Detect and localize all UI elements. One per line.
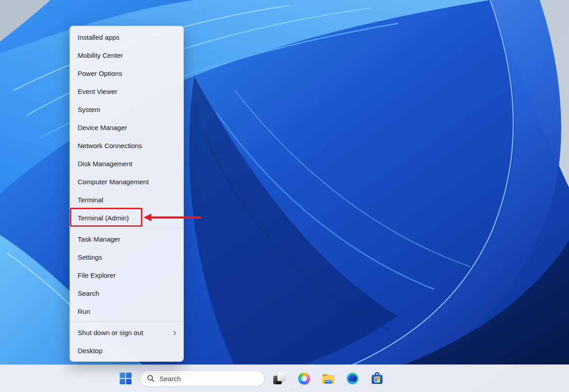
menu-item-run[interactable]: Run [70, 302, 183, 320]
menu-item-disk-management[interactable]: Disk Management [70, 154, 183, 173]
menu-item-label: Mobility Center [78, 51, 123, 59]
menu-item-label: Task Manager [78, 235, 120, 243]
menu-item-network-connections[interactable]: Network Connections [70, 136, 183, 154]
taskbar-button-row: Search [117, 365, 386, 392]
menu-item-label: System [78, 106, 100, 113]
annotation-arrow [144, 212, 202, 223]
menu-item-task-manager[interactable]: Task Manager [70, 230, 183, 248]
menu-item-settings[interactable]: Settings [70, 248, 183, 266]
menu-item-label: Run [78, 308, 90, 315]
taskbar-search-box[interactable]: Search [140, 370, 265, 387]
taskbar: Search [0, 364, 569, 392]
submenu-chevron-icon: › [173, 327, 178, 338]
microsoft-store-icon [371, 372, 383, 385]
copilot-button[interactable] [295, 369, 313, 387]
menu-separator [70, 322, 183, 322]
menu-item-file-explorer[interactable]: File Explorer [70, 266, 183, 284]
task-view-icon [273, 372, 286, 385]
menu-item-shut-down-or-sign-out[interactable]: Shut down or sign out › [70, 323, 183, 341]
menu-separator [70, 228, 183, 229]
menu-item-label: Device Manager [78, 124, 127, 131]
menu-item-label: Shut down or sign out [78, 329, 143, 336]
windows-logo-icon [120, 373, 131, 384]
menu-item-device-manager[interactable]: Device Manager [70, 118, 183, 136]
task-view-front-square [277, 373, 286, 381]
menu-item-label: Desktop [78, 347, 103, 355]
menu-item-label: Installed apps [78, 33, 120, 41]
menu-item-terminal[interactable]: Terminal [70, 191, 183, 209]
menu-item-event-viewer[interactable]: Event Viewer [70, 82, 183, 100]
menu-item-computer-management[interactable]: Computer Management [70, 173, 183, 191]
task-view-button[interactable] [271, 369, 289, 387]
menu-item-search[interactable]: Search [70, 284, 183, 302]
start-button[interactable] [117, 369, 135, 387]
menu-item-label: Settings [78, 253, 102, 261]
menu-item-label: Search [78, 289, 99, 297]
taskbar-app-icons [271, 369, 386, 387]
copilot-icon [297, 371, 311, 385]
menu-item-label: Disk Management [78, 160, 132, 168]
file-explorer-icon [322, 373, 335, 385]
annotation-highlight-box [70, 208, 142, 227]
menu-item-label: Event Viewer [78, 88, 117, 95]
menu-item-desktop[interactable]: Desktop [70, 341, 183, 359]
edge-button[interactable] [344, 369, 362, 387]
file-explorer-button[interactable] [319, 369, 337, 387]
menu-item-label: Computer Management [78, 178, 149, 186]
menu-item-label: Power Options [78, 70, 122, 77]
menu-item-installed-apps[interactable]: Installed apps [70, 28, 183, 46]
search-icon [147, 374, 155, 383]
menu-item-mobility-center[interactable]: Mobility Center [70, 46, 183, 64]
search-placeholder-text: Search [159, 375, 181, 383]
menu-item-label: File Explorer [78, 271, 116, 279]
winx-menu: Installed apps Mobility Center Power Opt… [70, 26, 184, 362]
menu-item-label: Network Connections [78, 142, 142, 149]
menu-item-label: Terminal [78, 196, 103, 204]
edge-icon [346, 372, 359, 385]
microsoft-store-button[interactable] [368, 369, 386, 387]
menu-item-power-options[interactable]: Power Options [70, 64, 183, 82]
menu-item-system[interactable]: System [70, 100, 183, 118]
desktop: Installed apps Mobility Center Power Opt… [0, 0, 569, 392]
